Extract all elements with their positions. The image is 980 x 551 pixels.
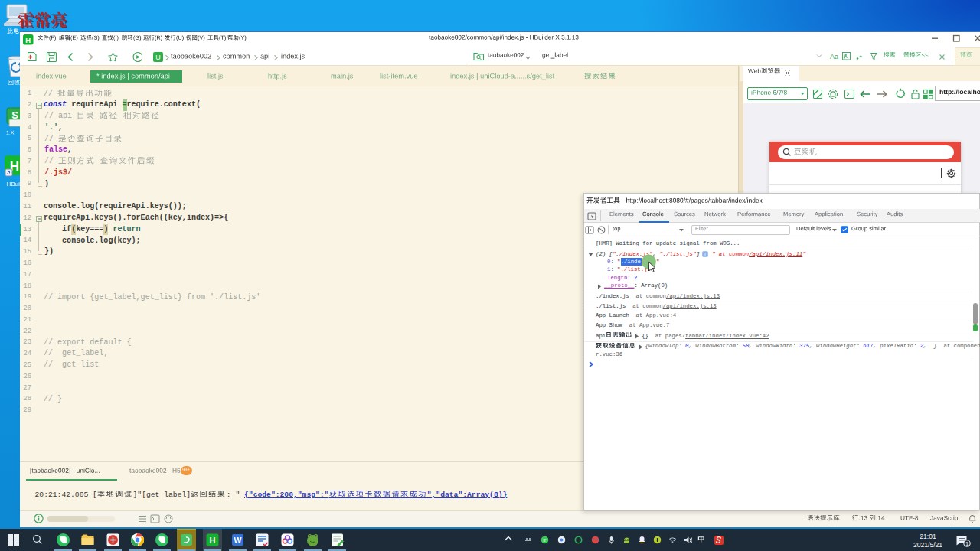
svg-text:S: S bbox=[11, 109, 18, 121]
svg-text:i: i bbox=[704, 251, 706, 256]
svg-text:W: W bbox=[234, 536, 242, 545]
svg-text:Aa: Aa bbox=[830, 53, 838, 60]
svg-text:*: * bbox=[860, 54, 863, 61]
svg-text:U: U bbox=[155, 54, 161, 61]
svg-text:H: H bbox=[25, 36, 31, 44]
svg-text:1: 1 bbox=[965, 540, 969, 547]
svg-text:H: H bbox=[210, 536, 216, 545]
